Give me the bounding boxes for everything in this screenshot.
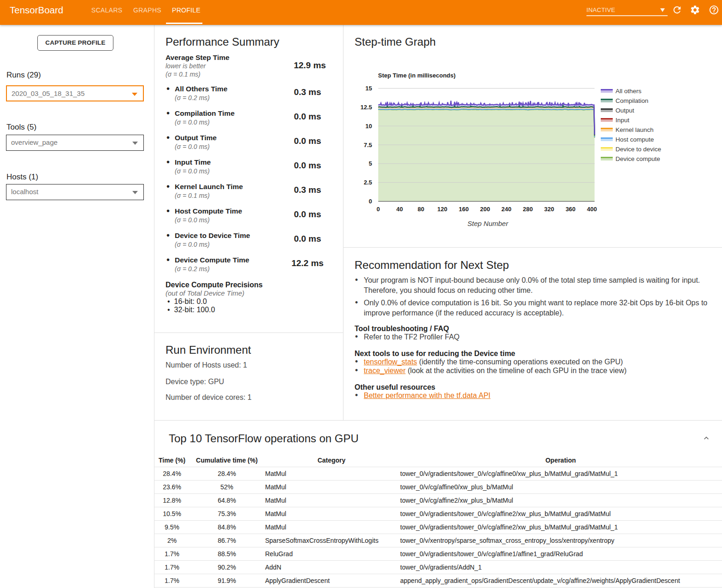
svg-text:0: 0: [377, 206, 380, 213]
svg-text:15: 15: [366, 85, 372, 92]
svg-text:80: 80: [418, 206, 424, 213]
svg-text:2.5: 2.5: [364, 179, 372, 186]
svg-text:5: 5: [369, 160, 372, 167]
svg-text:280: 280: [523, 206, 533, 213]
svg-text:320: 320: [544, 206, 554, 213]
svg-text:12.5: 12.5: [361, 104, 372, 111]
svg-text:10: 10: [366, 123, 372, 130]
svg-text:240: 240: [502, 206, 512, 213]
svg-text:120: 120: [438, 206, 448, 213]
svg-text:360: 360: [566, 206, 576, 213]
svg-text:400: 400: [587, 206, 597, 213]
svg-text:200: 200: [480, 206, 490, 213]
svg-text:160: 160: [459, 206, 469, 213]
svg-text:7.5: 7.5: [364, 142, 372, 148]
svg-text:40: 40: [396, 206, 402, 213]
svg-text:0: 0: [369, 198, 372, 205]
